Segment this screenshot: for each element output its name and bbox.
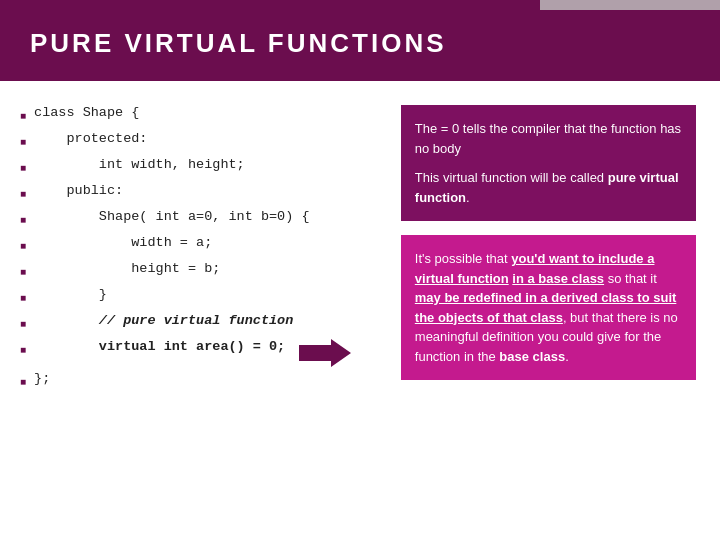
highlight-3: may be redefined in a derived class to s… bbox=[415, 290, 677, 325]
slide-header: PURE VIRTUAL FUNCTIONS bbox=[0, 10, 720, 81]
info-section: The = 0 tells the compiler that the func… bbox=[401, 105, 696, 511]
bar-light bbox=[540, 0, 720, 10]
arrow-icon bbox=[299, 339, 351, 367]
bullet-2: ■ bbox=[20, 136, 26, 147]
code-text-10: virtual int area() = 0; bbox=[34, 339, 293, 354]
bullet-9: ■ bbox=[20, 318, 26, 329]
bullet-6: ■ bbox=[20, 240, 26, 251]
info-box-top: The = 0 tells the compiler that the func… bbox=[401, 105, 696, 221]
code-text-7: height = b; bbox=[34, 261, 220, 276]
code-text-4: public: bbox=[34, 183, 123, 198]
code-line-9: ■ // pure virtual function bbox=[20, 313, 381, 335]
info-top-line1: The = 0 tells the compiler that the func… bbox=[415, 119, 682, 158]
bar-dark bbox=[0, 0, 540, 10]
bullet-5: ■ bbox=[20, 214, 26, 225]
top-bars bbox=[0, 0, 720, 10]
slide-title: PURE VIRTUAL FUNCTIONS bbox=[30, 28, 690, 59]
code-line-3: ■ int width, height; bbox=[20, 157, 381, 179]
bullet-7: ■ bbox=[20, 266, 26, 277]
info-top-line2: This virtual function will be called pur… bbox=[415, 168, 682, 207]
info-bottom-text: It's possible that you'd want to include… bbox=[415, 251, 678, 364]
code-text-8: } bbox=[34, 287, 107, 302]
bullet-3: ■ bbox=[20, 162, 26, 173]
bullet-4: ■ bbox=[20, 188, 26, 199]
bullet-10: ■ bbox=[20, 344, 26, 355]
code-line-6: ■ width = a; bbox=[20, 235, 381, 257]
code-text-2: protected: bbox=[34, 131, 147, 146]
code-line-11: ■ }; bbox=[20, 371, 381, 393]
pure-virtual-bold: pure virtual function bbox=[415, 170, 679, 205]
main-content: ■ class Shape { ■ protected: ■ int width… bbox=[0, 81, 720, 531]
bullet-8: ■ bbox=[20, 292, 26, 303]
highlight-2: in a base class bbox=[512, 271, 604, 286]
code-text-1: class Shape { bbox=[34, 105, 139, 120]
code-line-1: ■ class Shape { bbox=[20, 105, 381, 127]
code-line-4: ■ public: bbox=[20, 183, 381, 205]
code-text-11: }; bbox=[34, 371, 50, 386]
code-section: ■ class Shape { ■ protected: ■ int width… bbox=[20, 105, 381, 511]
info-box-bottom: It's possible that you'd want to include… bbox=[401, 235, 696, 380]
code-line-10: ■ virtual int area() = 0; bbox=[20, 339, 381, 367]
base-class-bold: base class bbox=[499, 349, 565, 364]
bullet-1: ■ bbox=[20, 110, 26, 121]
code-line-7: ■ height = b; bbox=[20, 261, 381, 283]
code-line-5: ■ Shape( int a=0, int b=0) { bbox=[20, 209, 381, 231]
code-text-9: // pure virtual function bbox=[34, 313, 293, 328]
code-text-6: width = a; bbox=[34, 235, 212, 250]
code-text-5: Shape( int a=0, int b=0) { bbox=[34, 209, 309, 224]
code-line-8: ■ } bbox=[20, 287, 381, 309]
code-line-2: ■ protected: bbox=[20, 131, 381, 153]
svg-marker-0 bbox=[299, 339, 351, 367]
code-text-3: int width, height; bbox=[34, 157, 245, 172]
bullet-11: ■ bbox=[20, 376, 26, 387]
